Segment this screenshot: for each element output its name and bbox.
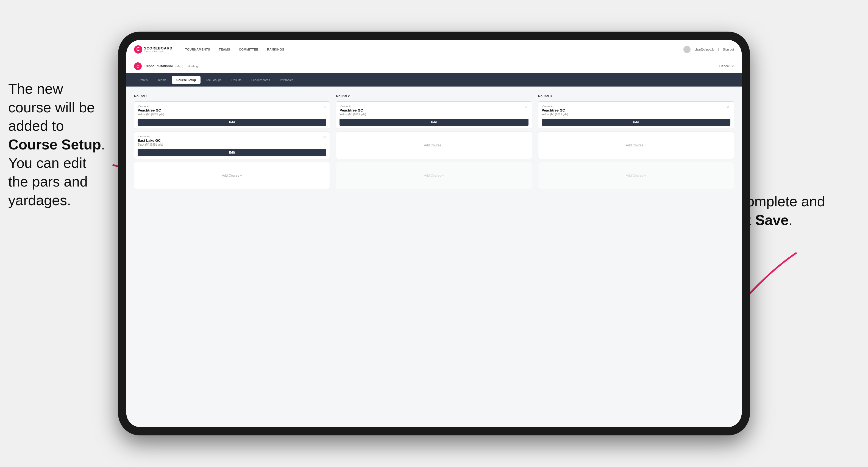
tab-leaderboards[interactable]: Leaderboards bbox=[247, 76, 274, 84]
course-label-r1-a: (Course A) bbox=[137, 105, 326, 108]
round-3-col: Round 3 ✕ (Course A) Peachtree GC Yellow… bbox=[538, 94, 734, 192]
round-1-col: Round 1 ✕ (Course A) Peachtree GC Yellow… bbox=[134, 94, 330, 192]
tab-teams[interactable]: Teams bbox=[153, 76, 171, 84]
nav-teams[interactable]: TEAMS bbox=[215, 45, 234, 53]
tournament-logo: C bbox=[134, 62, 142, 70]
add-course-r1-label: Add Course + bbox=[222, 174, 242, 178]
course-name-r2-a: Peachtree GC bbox=[340, 108, 528, 112]
nav-right: blair@clippd.io | Sign out bbox=[683, 46, 734, 53]
course-details-r1-b: Black (M) (6891 yds) bbox=[137, 143, 326, 146]
annotation-line3: added to bbox=[8, 118, 64, 134]
edit-button-r2-a[interactable]: Edit bbox=[340, 119, 528, 126]
annotation-right: Complete and hit Save. bbox=[736, 192, 851, 229]
annotation-line5: You can edit bbox=[8, 155, 86, 171]
delete-r3-a-icon[interactable]: ✕ bbox=[726, 104, 731, 109]
cancel-button[interactable]: Cancel ✕ bbox=[719, 64, 734, 68]
course-card-r3-a: ✕ (Course A) Peachtree GC Yellow (M) (66… bbox=[538, 101, 734, 129]
tab-bar: Details Teams Course Setup Tee Groups Re… bbox=[126, 73, 742, 87]
tournament-name: Clippd Invitational bbox=[145, 64, 173, 68]
nav-logo: C SCOREBOARD Powered by clippd bbox=[134, 45, 173, 54]
add-course-r2[interactable]: Add Course + bbox=[336, 132, 532, 159]
round-2-title: Round 2 bbox=[336, 94, 532, 98]
tablet-frame: C SCOREBOARD Powered by clippd TOURNAMEN… bbox=[118, 32, 750, 435]
course-details-r1-a: Yellow (M) (6629 yds) bbox=[137, 113, 326, 116]
tournament-bar: C Clippd Invitational (Men) Hosting Canc… bbox=[126, 59, 742, 73]
annotation-line2: course will be bbox=[8, 99, 95, 115]
course-label-r3-a: (Course A) bbox=[542, 105, 731, 108]
annotation-line1: The new bbox=[8, 81, 63, 97]
edit-button-r1-b[interactable]: Edit bbox=[137, 149, 326, 156]
annotation-save: Save bbox=[755, 212, 788, 228]
course-card-r1-a: ✕ (Course A) Peachtree GC Yellow (M) (66… bbox=[134, 101, 330, 129]
course-name-r1-a: Peachtree GC bbox=[137, 108, 326, 112]
add-course-r3[interactable]: Add Course + bbox=[538, 132, 734, 159]
course-card-r1-b: ✕ (Course B) East Lake GC Black (M) (689… bbox=[134, 132, 330, 159]
nav-items: TOURNAMENTS TEAMS COMMITTEE RANKINGS bbox=[181, 45, 684, 53]
round-3-title: Round 3 bbox=[538, 94, 734, 98]
logo-text: SCOREBOARD Powered by clippd bbox=[144, 46, 173, 53]
annotation-course-setup: Course Setup bbox=[8, 136, 101, 152]
nav-tournaments[interactable]: TOURNAMENTS bbox=[181, 45, 214, 53]
add-course-r2-label: Add Course + bbox=[424, 144, 444, 147]
course-label-r2-a: (Course A) bbox=[340, 105, 528, 108]
main-content: Round 1 ✕ (Course A) Peachtree GC Yellow… bbox=[126, 87, 742, 427]
add-course-r3-disabled: Add Course + bbox=[538, 162, 734, 189]
tournament-status: Hosting bbox=[188, 65, 198, 68]
course-details-r3-a: Yellow (M) (6629 yds) bbox=[542, 113, 731, 116]
cancel-icon: ✕ bbox=[731, 64, 734, 68]
annotation-left: The new course will be added to Course S… bbox=[8, 80, 110, 210]
tablet-screen: C SCOREBOARD Powered by clippd TOURNAMEN… bbox=[126, 40, 742, 427]
rounds-grid: Round 1 ✕ (Course A) Peachtree GC Yellow… bbox=[134, 94, 734, 192]
course-card-r2-a: ✕ (Course A) Peachtree GC Yellow (M) (66… bbox=[336, 101, 532, 129]
add-course-r1[interactable]: Add Course + bbox=[134, 162, 330, 189]
course-label-r1-b: (Course B) bbox=[137, 135, 326, 138]
course-name-r1-b: East Lake GC bbox=[137, 138, 326, 143]
annotation-line7: yardages. bbox=[8, 192, 71, 208]
add-course-r2-disabled-label: Add Course + bbox=[424, 174, 444, 178]
logo-sub: Powered by clippd bbox=[144, 50, 173, 53]
add-course-r3-label: Add Course + bbox=[626, 144, 646, 147]
nav-avatar bbox=[683, 46, 690, 53]
edit-button-r1-a[interactable]: Edit bbox=[137, 119, 326, 126]
course-details-r2-a: Yellow (M) (6629 yds) bbox=[340, 113, 528, 116]
tab-printables[interactable]: Printables bbox=[276, 76, 298, 84]
tab-results[interactable]: Results bbox=[227, 76, 246, 84]
tab-details[interactable]: Details bbox=[134, 76, 152, 84]
tab-course-setup[interactable]: Course Setup bbox=[172, 76, 200, 84]
round-2-col: Round 2 ✕ (Course A) Peachtree GC Yellow… bbox=[336, 94, 532, 192]
nav-user-email: blair@clippd.io bbox=[694, 48, 714, 51]
tournament-info: C Clippd Invitational (Men) Hosting bbox=[134, 62, 198, 70]
logo-title: SCOREBOARD bbox=[144, 46, 173, 50]
nav-rankings[interactable]: RANKINGS bbox=[263, 45, 288, 53]
edit-button-r3-a[interactable]: Edit bbox=[542, 119, 731, 126]
annotation-line6: the pars and bbox=[8, 174, 88, 190]
delete-r2-a-icon[interactable]: ✕ bbox=[524, 104, 529, 109]
round-1-title: Round 1 bbox=[134, 94, 330, 98]
add-course-r2-disabled: Add Course + bbox=[336, 162, 532, 189]
delete-r1-a-icon[interactable]: ✕ bbox=[322, 104, 327, 109]
nav-committee[interactable]: COMMITTEE bbox=[235, 45, 262, 53]
tournament-gender: (Men) bbox=[176, 65, 184, 68]
top-nav: C SCOREBOARD Powered by clippd TOURNAMEN… bbox=[126, 40, 742, 59]
course-name-r3-a: Peachtree GC bbox=[542, 108, 731, 112]
tab-tee-groups[interactable]: Tee Groups bbox=[202, 76, 226, 84]
delete-r1-b-icon[interactable]: ✕ bbox=[322, 134, 327, 139]
add-course-r3-disabled-label: Add Course + bbox=[626, 174, 646, 178]
logo-icon: C bbox=[134, 45, 142, 54]
nav-sign-out[interactable]: Sign out bbox=[723, 48, 734, 51]
